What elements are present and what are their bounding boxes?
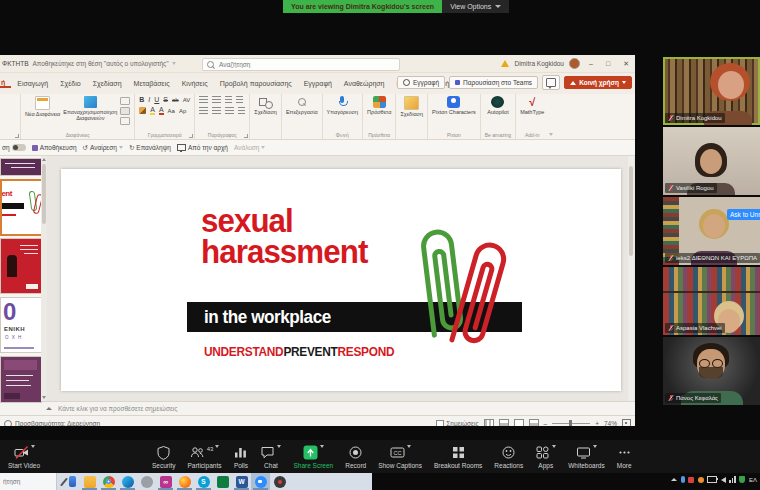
video-tile-dimitra[interactable]: Dimitra Kogkidou — [663, 57, 760, 125]
search-input[interactable] — [217, 60, 395, 69]
drawing-button[interactable]: Σχεδίαση — [254, 96, 277, 115]
tab-draw[interactable]: Σχέδιο — [54, 80, 86, 87]
tray-mic-icon[interactable] — [681, 476, 685, 483]
tray-expand-icon[interactable] — [671, 478, 677, 481]
reset-icon[interactable] — [120, 107, 130, 115]
slide-thumbnail-3[interactable] — [0, 238, 42, 294]
taskbar-zoom-active[interactable] — [251, 473, 270, 490]
chevron-up-icon[interactable] — [407, 445, 411, 448]
scrollbar-thumb[interactable] — [42, 164, 46, 224]
comments-button[interactable] — [542, 75, 560, 90]
scroll-up-icon[interactable] — [42, 158, 46, 161]
video-tile-aspasia[interactable]: Aspasia Vlachvei — [663, 267, 760, 335]
numbering-button[interactable] — [212, 96, 221, 104]
editing-button[interactable]: Επεξεργασία — [286, 96, 318, 115]
language-indicator[interactable]: ΕΛ — [749, 477, 757, 483]
section-icon[interactable] — [120, 117, 130, 125]
slide-thumbnail-2-selected[interactable]: harassment — [0, 179, 44, 236]
taskbar-app-gray[interactable] — [137, 473, 156, 490]
font-color-button[interactable]: A — [159, 106, 164, 115]
addins-button[interactable]: Πρόσθετα — [367, 96, 391, 115]
tab-transitions[interactable]: Μεταβάσεις — [128, 80, 176, 87]
redo-button[interactable]: ↻Επανάληψη — [129, 144, 171, 152]
avatar[interactable] — [569, 58, 580, 69]
line-spacing-button[interactable] — [236, 96, 243, 104]
windows-ink-pen-icon[interactable] — [60, 477, 68, 486]
view-options-button[interactable]: View Options — [442, 0, 509, 13]
more-button[interactable]: More — [611, 440, 638, 473]
scroll-down-icon[interactable] — [42, 396, 46, 399]
ppt-record-button[interactable]: Εγγραφή — [397, 76, 445, 89]
normal-view-button[interactable] — [484, 419, 494, 426]
save-button[interactable]: Αποθήκευση — [32, 144, 77, 151]
polls-button[interactable]: Polls — [227, 440, 254, 473]
taskbar-search-input[interactable] — [0, 477, 56, 486]
chevron-up-icon[interactable] — [215, 445, 219, 448]
indent-button[interactable] — [225, 96, 232, 104]
ppt-account-name[interactable]: Dimitra Kogkidou — [514, 60, 564, 67]
reactions-button[interactable]: Reactions — [488, 440, 529, 473]
zoom-level[interactable]: 74% — [604, 420, 617, 426]
align-left-button[interactable] — [199, 107, 208, 115]
designer-button[interactable]: Σχεδίαση — [400, 96, 423, 117]
taskbar-app-green[interactable] — [213, 473, 232, 490]
taskbar-app-magenta[interactable]: ∞ — [156, 473, 175, 490]
tab-review[interactable]: Αναθεώρηση — [338, 80, 391, 87]
security-button[interactable]: Security — [146, 440, 181, 473]
columns-button[interactable] — [238, 107, 245, 115]
reading-view-button[interactable] — [514, 419, 524, 426]
taskbar-word[interactable]: W — [232, 473, 251, 490]
video-tile-ieks2[interactable]: ieks2 ΔΙΕΘΝΩΝ ΚΑΙ ΕΥΡΩΠΑ — [663, 197, 760, 265]
slideshow-view-button[interactable] — [529, 419, 539, 426]
tab-slideshow[interactable]: Προβολή παρουσίασης — [214, 80, 298, 87]
bullets-button[interactable] — [199, 96, 208, 104]
cortana-icon[interactable] — [69, 476, 76, 487]
apps-button[interactable]: Apps — [529, 440, 562, 473]
character-spacing-button[interactable]: AV — [183, 97, 191, 103]
accessibility-status[interactable]: Προσβασιμότητα: Διερεύνηση — [15, 420, 100, 426]
strikethrough-button[interactable]: S — [163, 96, 168, 103]
taskbar-file-explorer[interactable] — [80, 473, 99, 490]
fit-to-window-button[interactable] — [622, 419, 631, 426]
bold-button[interactable]: B — [139, 96, 144, 103]
tray-app-icon[interactable] — [698, 477, 704, 483]
chevron-up-icon[interactable] — [31, 445, 35, 448]
tab-insert[interactable]: Εισαγωγή — [11, 80, 54, 87]
notes-toggle-button[interactable]: Σημειώσεις — [436, 420, 478, 426]
tab-animations[interactable]: Κινήσεις — [176, 80, 214, 87]
notes-placeholder[interactable]: Κάντε κλικ για να προσθέσετε σημειώσεις — [58, 405, 177, 412]
taskbar-skype[interactable]: S — [194, 473, 213, 490]
taskbar-chrome[interactable] — [99, 473, 118, 490]
autosave-toggle[interactable] — [12, 144, 26, 151]
dialog-launcher-icon[interactable] — [189, 134, 193, 138]
collapse-ribbon-icon[interactable] — [549, 133, 553, 136]
tray-recording-icon[interactable] — [688, 477, 694, 483]
tab-design[interactable]: Σχεδίαση — [87, 80, 128, 87]
pixton-button[interactable]: Pixton Characters — [432, 96, 476, 115]
share-screen-button[interactable]: Share Screen — [287, 440, 339, 473]
dialog-launcher-icon[interactable] — [15, 134, 19, 138]
taskbar-search-box[interactable] — [0, 473, 57, 490]
chevron-up-icon[interactable] — [277, 445, 281, 448]
text-highlight-button[interactable]: A — [150, 106, 155, 115]
ppt-search-box[interactable] — [202, 58, 400, 71]
new-slide-button[interactable]: Νέα Διαφάνεια — [25, 96, 60, 117]
mathtype-button[interactable]: √ MathType — [520, 96, 544, 115]
italic-button[interactable]: I — [148, 96, 150, 103]
align-center-button[interactable] — [212, 107, 221, 115]
clear-formatting-button[interactable]: Ap — [179, 108, 186, 114]
underline-button[interactable]: U — [154, 96, 159, 103]
zoom-in-button[interactable]: + — [595, 420, 599, 426]
slide-sorter-view-button[interactable] — [499, 419, 509, 426]
video-tile-vasiliki[interactable]: Vasiliki Rogou — [663, 127, 760, 195]
record-button[interactable]: Record — [339, 440, 372, 473]
ppt-notes-bar[interactable]: Κάντε κλικ για να προσθέσετε σημειώσεις — [0, 401, 635, 415]
current-slide[interactable]: sexual harassment in the workplace UNDER… — [61, 169, 621, 391]
undo-button[interactable]: ↺Αναίρεση — [83, 144, 123, 152]
chat-button[interactable]: Chat — [254, 440, 287, 473]
breakout-rooms-button[interactable]: Breakout Rooms — [428, 440, 488, 473]
zoom-out-button[interactable]: – — [544, 420, 548, 426]
taskbar-app-dark[interactable] — [270, 473, 289, 490]
clear-format-button[interactable]: ab — [172, 97, 179, 103]
chevron-up-icon[interactable] — [320, 445, 324, 448]
